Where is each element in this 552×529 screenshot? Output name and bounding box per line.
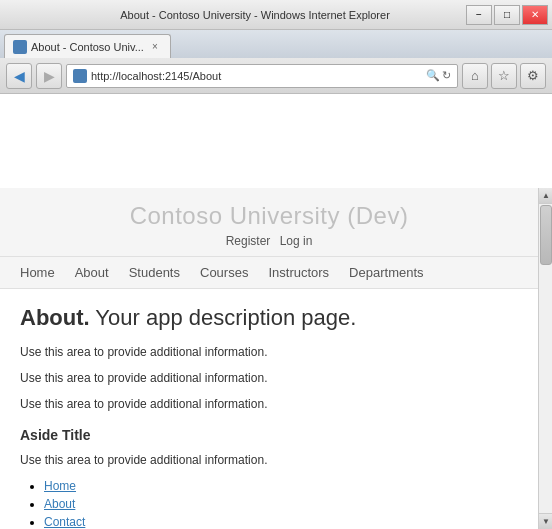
info-line-2: Use this area to provide additional info… xyxy=(20,369,518,387)
aside-title: Aside Title xyxy=(20,427,518,443)
login-link[interactable]: Log in xyxy=(280,234,313,248)
heading-bold: About. xyxy=(20,305,90,330)
nav-departments[interactable]: Departments xyxy=(339,263,433,282)
tab-favicon xyxy=(13,40,27,54)
url-text: http://localhost:2145/About xyxy=(91,70,422,82)
page-content: Contoso University (Dev) Register Log in… xyxy=(0,188,538,529)
tab-close-button[interactable]: × xyxy=(148,40,162,54)
aside-home-link[interactable]: Home xyxy=(44,479,76,493)
nav-courses[interactable]: Courses xyxy=(190,263,258,282)
toolbar-icons: ⌂ ☆ ⚙ xyxy=(462,63,546,89)
page-heading: About. Your app description page. xyxy=(20,305,518,331)
info-line-3: Use this area to provide additional info… xyxy=(20,395,518,413)
favorites-button[interactable]: ☆ xyxy=(491,63,517,89)
address-favicon xyxy=(73,69,87,83)
main-content-area: About. Your app description page. Use th… xyxy=(0,289,538,529)
scroll-up-button[interactable]: ▲ xyxy=(539,188,552,204)
close-button[interactable]: ✕ xyxy=(522,5,548,25)
search-icon: 🔍 xyxy=(426,69,440,82)
address-bar: ◀ ▶ http://localhost:2145/About 🔍 ↻ ⌂ ☆ … xyxy=(0,58,552,94)
home-button[interactable]: ⌂ xyxy=(462,63,488,89)
scrollbar[interactable]: ▲ ▼ xyxy=(538,188,552,529)
nav-instructors[interactable]: Instructors xyxy=(258,263,339,282)
aside-about-link[interactable]: About xyxy=(44,497,75,511)
page-header: Contoso University (Dev) Register Log in xyxy=(0,188,538,256)
tab-bar: About - Contoso Univ... × xyxy=(0,30,552,58)
scrollbar-thumb[interactable] xyxy=(540,205,552,265)
scroll-down-button[interactable]: ▼ xyxy=(539,513,552,529)
auth-links: Register Log in xyxy=(20,234,518,248)
maximize-button[interactable]: □ xyxy=(494,5,520,25)
heading-rest: Your app description page. xyxy=(90,305,357,330)
refresh-icon: ↻ xyxy=(442,69,451,82)
list-item-home: Home xyxy=(44,479,518,493)
site-title: Contoso University (Dev) xyxy=(20,202,518,230)
aside-list: Home About Contact xyxy=(20,479,518,529)
tab-label: About - Contoso Univ... xyxy=(31,41,144,53)
info-line-1: Use this area to provide additional info… xyxy=(20,343,518,361)
register-link[interactable]: Register xyxy=(226,234,271,248)
window-title: About - Contoso University - Windows Int… xyxy=(120,9,390,21)
nav-home[interactable]: Home xyxy=(20,263,65,282)
aside-contact-link[interactable]: Contact xyxy=(44,515,85,529)
list-item-contact: Contact xyxy=(44,515,518,529)
nav-menu: Home About Students Courses Instructors … xyxy=(0,256,538,289)
nav-students[interactable]: Students xyxy=(119,263,190,282)
minimize-button[interactable]: − xyxy=(466,5,492,25)
titlebar: About - Contoso University - Windows Int… xyxy=(0,0,552,30)
tools-button[interactable]: ⚙ xyxy=(520,63,546,89)
forward-button[interactable]: ▶ xyxy=(36,63,62,89)
address-icons: 🔍 ↻ xyxy=(426,69,451,82)
url-bar[interactable]: http://localhost:2145/About 🔍 ↻ xyxy=(66,64,458,88)
aside-info: Use this area to provide additional info… xyxy=(20,451,518,469)
nav-about[interactable]: About xyxy=(65,263,119,282)
active-tab[interactable]: About - Contoso Univ... × xyxy=(4,34,171,58)
window-controls: − □ ✕ xyxy=(466,5,548,25)
list-item-about: About xyxy=(44,497,518,511)
back-button[interactable]: ◀ xyxy=(6,63,32,89)
